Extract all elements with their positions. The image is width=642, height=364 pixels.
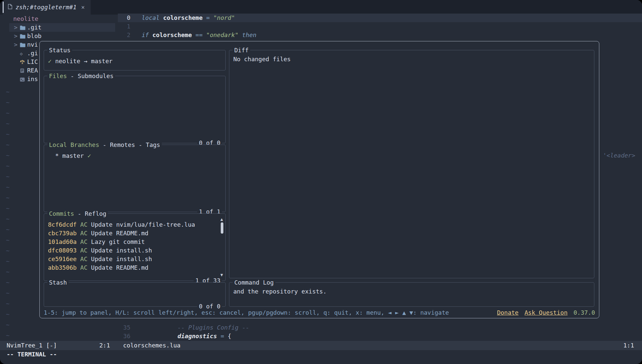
empty-line-tilde: ~ (6, 140, 10, 150)
empty-line-tilde: ~ (6, 97, 10, 108)
commit-hash: abb3506b (48, 264, 77, 271)
empty-line-tilde: ~ (6, 288, 10, 298)
folder-icon (20, 23, 27, 32)
commit-author: AC (77, 255, 91, 262)
close-icon[interactable]: × (81, 3, 85, 12)
status-row: ✓ neolite → master (48, 57, 217, 66)
scrollbar-thumb[interactable] (221, 222, 223, 234)
files-panel[interactable]: Files - Submodules 0 of 0 (44, 76, 226, 143)
empty-line-tilde: ~ (6, 129, 10, 140)
command-log-content: and the repository exists. (233, 287, 585, 296)
statusline-buffer-name: NvimTree_1 [-] (7, 341, 57, 350)
commit-author: AC (77, 264, 91, 271)
tree-root-label: neolite (13, 15, 38, 23)
command-log-panel[interactable]: Command Log and the repository exists. (229, 282, 594, 307)
line-number: 0 (120, 14, 130, 22)
scroll-down-icon[interactable]: ▼ (220, 271, 223, 279)
empty-line-tilde: ~ (6, 203, 10, 214)
commit-row[interactable]: cbc739ab AC Update README.md (48, 229, 217, 238)
commit-message: Update install.sh (91, 247, 152, 254)
leader-key-hint: '<leader> (603, 151, 635, 160)
lazygit-version: 0.37.0 (573, 308, 595, 317)
file-icon (8, 3, 12, 12)
commit-message: Update install.sh (91, 255, 152, 262)
diamond-icon: ◇ (20, 49, 27, 58)
empty-line-tilde: ~ (6, 214, 10, 224)
commit-row[interactable]: 101ad60a AC Lazy git commit (48, 238, 217, 246)
commits-panel-title: Commits (49, 210, 74, 217)
status-text: neolite → master (52, 58, 113, 65)
editor-line: 2if colorscheme == "onedark" then (120, 31, 642, 39)
diff-content: No changed files (233, 55, 585, 64)
branches-panel[interactable]: Local Branches - Remotes - Tags 1 of 1 *… (44, 145, 226, 212)
line-number: 35 (120, 323, 130, 332)
files-panel-tabs: - Submodules (67, 72, 114, 79)
statusline: NvimTree_1 [-] 2:1 colorschemes.lua 1:1 (0, 341, 642, 350)
check-icon: ✓ (87, 152, 91, 159)
tabline: zsh;#toggleterm#1 × (0, 0, 642, 15)
empty-line-tilde: ~ (6, 256, 10, 267)
tab-label: zsh;#toggleterm#1 (16, 3, 76, 12)
donate-link[interactable]: Donate (497, 308, 519, 317)
empty-line-tilde: ~ (6, 277, 10, 288)
tab-active-indicator (3, 2, 4, 13)
empty-line-tilde: ~ (6, 171, 10, 182)
chevron-right-icon: > (14, 40, 20, 49)
stash-panel[interactable]: Stash 0 of 0 (44, 282, 226, 307)
tree-item-label: .gi (27, 49, 38, 58)
line-number: 1 (120, 22, 130, 31)
branches-panel-tabs: - Remotes - Tags (99, 141, 160, 148)
branches-panel-title: Local Branches (49, 141, 99, 148)
commit-row[interactable]: 8cf6dcdf AC Update nvim/lua/file-tree.lu… (48, 220, 217, 229)
empty-line-tilde: ~ (6, 267, 10, 277)
commit-message: Update nvim/lua/file-tree.lua (91, 221, 195, 228)
folder-icon (20, 40, 27, 49)
commit-row[interactable]: dfc08093 AC Update install.sh (48, 246, 217, 255)
commit-hash: dfc08093 (48, 247, 77, 254)
line-number: 2 (120, 31, 130, 39)
line-number: 36 (120, 332, 130, 341)
commit-author: AC (77, 247, 91, 254)
terminal-tab[interactable]: zsh;#toggleterm#1 × (3, 0, 91, 15)
editor-line: 0local colorscheme = "nord" (120, 14, 642, 22)
commit-row[interactable]: ce5916ee AC Update install.sh (48, 255, 217, 263)
code-text: -- Plugins Config -- (142, 323, 249, 332)
empty-line-tilde: ~ (6, 161, 10, 171)
install-icon (20, 75, 27, 83)
commits-panel-tabs: - Reflog (74, 210, 107, 217)
status-panel-title: Status (49, 47, 70, 54)
diff-panel[interactable]: Diff No changed files (229, 50, 594, 278)
code-text: if colorscheme == "onedark" then (142, 31, 256, 39)
empty-line-tilde: ~ (6, 309, 10, 320)
commit-message: Lazy git commit (91, 238, 145, 245)
diff-panel-title: Diff (234, 47, 249, 54)
lazygit-keybar: 1-5: jump to panel, H/L: scroll left/rig… (44, 308, 595, 317)
commit-author: AC (77, 230, 91, 237)
empty-line-tilde: ~ (6, 246, 10, 256)
statusline-cursor-pos-right: 1:1 (623, 341, 634, 350)
commit-hash: cbc739ab (48, 230, 77, 237)
lazygit-floating-window: Status ✓ neolite → master Files - Submod… (39, 41, 599, 318)
empty-line-tilde: ~ (6, 182, 10, 193)
commit-row[interactable]: abb3506b AC Update README.md (48, 263, 217, 272)
stash-panel-title: Stash (49, 279, 67, 286)
readme-icon (20, 66, 27, 75)
commit-hash: 8cf6dcdf (48, 221, 77, 228)
neovim-window: zsh;#toggleterm#1 × neolite >.git>blob>n… (0, 0, 642, 364)
editor-line: 35 -- Plugins Config -- (120, 323, 642, 332)
ask-question-link[interactable]: Ask Question (525, 308, 568, 317)
commits-panel[interactable]: Commits - Reflog 1 of 33 8cf6dcdf AC Upd… (44, 213, 226, 281)
tree-item-blob[interactable]: >blob (9, 32, 119, 40)
branch-row[interactable]: * master ✓ (48, 152, 217, 160)
tree-item-label: LIC (27, 58, 38, 66)
editor-bottom-lines: 35 -- Plugins Config --36 diagnostics = … (120, 323, 642, 341)
empty-line-tilde: ~ (6, 193, 10, 203)
keybinds-help: 1-5: jump to panel, H/L: scroll left/rig… (44, 308, 449, 317)
editor-top-lines: 0local colorscheme = "nord"12if colorsch… (120, 14, 642, 39)
empty-line-tilde: ~ (6, 235, 10, 246)
tree-item-.git[interactable]: >.git (9, 23, 115, 32)
status-panel[interactable]: Status ✓ neolite → master (44, 50, 226, 70)
commit-message: Update README.md (91, 264, 148, 271)
empty-line-tilde: ~ (6, 118, 10, 129)
branch-name: master (62, 152, 87, 159)
